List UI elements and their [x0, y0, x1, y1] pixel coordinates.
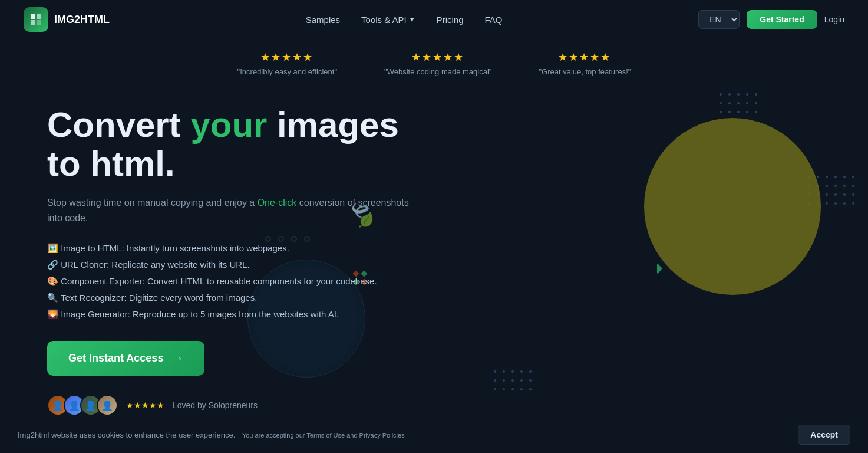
svg-point-36: [834, 202, 837, 205]
svg-point-6: [728, 102, 731, 104]
feature-1-text: Image to HTML: Instantly turn screenshot…: [61, 243, 289, 253]
feature-1: 🖼️ Image to HTML: Instantly turn screens…: [47, 243, 424, 254]
hero-section: Convert your images to html. Stop wastin…: [0, 82, 471, 434]
svg-point-40: [503, 370, 505, 373]
feature-2: 🔗 URL Cloner: Replicate any website with…: [47, 260, 424, 270]
language-selector[interactable]: EN: [698, 10, 740, 29]
avatar-4: 👤: [97, 395, 118, 416]
svg-point-8: [746, 102, 748, 104]
svg-rect-57: [37, 20, 41, 25]
feature-4-emoji: 🔍: [47, 293, 61, 303]
svg-point-7: [737, 102, 740, 104]
svg-point-31: [843, 193, 846, 196]
svg-point-20: [852, 176, 854, 178]
nav-tools[interactable]: Tools & API ▼: [361, 15, 415, 25]
navbar: IMG2HTML Samples Tools & API ▼ Pricing F…: [0, 0, 868, 39]
svg-point-47: [520, 379, 523, 382]
cookie-accept-button[interactable]: Accept: [798, 425, 850, 445]
svg-point-2: [737, 93, 740, 96]
svg-point-41: [511, 370, 514, 373]
svg-rect-56: [31, 20, 35, 25]
svg-point-32: [852, 193, 854, 196]
svg-point-48: [529, 379, 532, 382]
svg-rect-55: [37, 14, 41, 19]
review-stars-3: ★★★★★: [558, 51, 611, 64]
svg-point-52: [520, 388, 523, 390]
svg-point-5: [720, 102, 722, 104]
logo[interactable]: IMG2HTML: [24, 7, 110, 32]
nav-links: Samples Tools & API ▼ Pricing FAQ: [306, 15, 503, 25]
nav-pricing[interactable]: Pricing: [437, 15, 464, 25]
svg-point-35: [826, 202, 828, 205]
svg-point-16: [817, 176, 819, 178]
svg-point-45: [503, 379, 505, 382]
nav-actions: EN Get Started Login: [698, 10, 844, 29]
review-item-1: ★★★★★ "Incredibly easy and efficient": [237, 51, 337, 76]
svg-point-12: [737, 111, 740, 113]
svg-point-23: [826, 185, 828, 187]
nav-login-button[interactable]: Login: [824, 15, 844, 24]
svg-point-49: [494, 388, 496, 390]
logo-icon: [24, 7, 48, 32]
feature-1-emoji: 🖼️: [47, 243, 61, 253]
svg-point-50: [503, 388, 505, 390]
svg-point-37: [843, 202, 846, 205]
svg-point-3: [746, 93, 748, 96]
hero-subtitle: Stop wasting time on manual copying and …: [47, 195, 424, 225]
reviews-bar: ★★★★★ "Incredibly easy and efficient" ★★…: [0, 39, 868, 82]
svg-point-14: [755, 111, 757, 113]
svg-point-26: [852, 185, 854, 187]
svg-point-13: [746, 111, 748, 113]
cta-button[interactable]: Get Instant Access →: [47, 341, 204, 376]
svg-point-11: [728, 111, 731, 113]
review-stars-1: ★★★★★: [260, 51, 313, 64]
svg-rect-54: [31, 14, 35, 19]
svg-point-39: [494, 370, 496, 373]
review-stars-2: ★★★★★: [411, 51, 464, 64]
chevron-down-icon: ▼: [409, 16, 415, 23]
review-item-3: ★★★★★ "Great value, top features!": [539, 51, 631, 76]
svg-point-1: [728, 93, 731, 96]
svg-point-25: [843, 185, 846, 187]
loved-stars: ★★★★★: [126, 400, 164, 411]
svg-point-43: [529, 370, 532, 373]
review-text-2: "Website coding made magical": [384, 67, 491, 76]
nav-get-started-button[interactable]: Get Started: [747, 10, 817, 29]
nav-samples[interactable]: Samples: [306, 15, 340, 25]
cookie-banner: Img2html website uses cookies to enhance…: [0, 416, 868, 453]
feature-4: 🔍 Text Recognizer: Digitize every word f…: [47, 293, 424, 303]
cta-label: Get Instant Access: [68, 352, 163, 365]
review-item-2: ★★★★★ "Website coding made magical": [384, 51, 491, 76]
loved-by-section: 👤 👤 👤 👤 ★★★★★ Loved by Solopreneurs: [47, 395, 424, 416]
svg-point-44: [494, 379, 496, 382]
svg-point-29: [826, 193, 828, 196]
svg-point-24: [834, 185, 837, 187]
feature-3: 🎨 Component Exporter: Convert HTML to re…: [47, 276, 424, 287]
logo-text: IMG2HTML: [54, 14, 110, 26]
svg-point-0: [720, 93, 722, 96]
feature-5: 🌄 Image Generator: Reproduce up to 5 ima…: [47, 309, 424, 320]
svg-point-10: [720, 111, 722, 113]
svg-point-46: [511, 379, 514, 382]
svg-point-51: [511, 388, 514, 390]
hero-title: Convert your images to html.: [47, 106, 424, 183]
svg-point-17: [826, 176, 828, 178]
cookie-text: Img2html website uses cookies to enhance…: [18, 431, 405, 439]
avatar-group: 👤 👤 👤 👤: [47, 395, 118, 416]
cta-arrow-icon: →: [171, 352, 183, 365]
feature-5-text: Image Generator: Reproduce up to 5 image…: [61, 309, 339, 319]
svg-point-30: [834, 193, 837, 196]
feature-3-emoji: 🎨: [47, 276, 61, 286]
feature-5-emoji: 🌄: [47, 309, 61, 319]
svg-point-9: [755, 102, 757, 104]
svg-point-53: [529, 388, 532, 390]
loved-by-text: Loved by Solopreneurs: [173, 401, 258, 410]
feature-2-emoji: 🔗: [47, 260, 61, 270]
feature-3-text: Component Exporter: Convert HTML to reus…: [61, 276, 377, 286]
feature-2-text: URL Cloner: Replicate any website with i…: [61, 260, 249, 270]
feature-4-text: Text Recognizer: Digitize every word fro…: [61, 293, 257, 303]
nav-faq[interactable]: FAQ: [485, 15, 503, 25]
svg-point-38: [852, 202, 854, 205]
review-text-1: "Incredibly easy and efficient": [237, 67, 337, 76]
svg-point-4: [755, 93, 757, 96]
